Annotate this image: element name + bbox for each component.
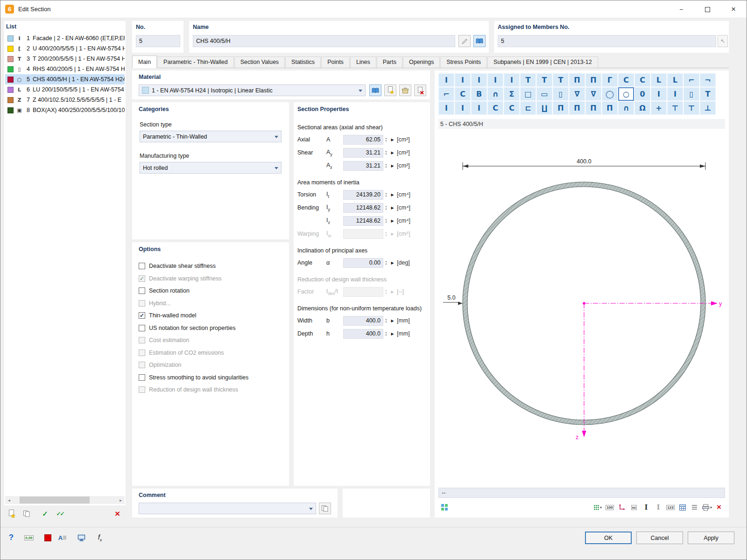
list-item[interactable]: L6LU 200/150/5/5/5 | 1 - EN AW-5754 (5, 84, 125, 95)
property-value-field[interactable]: 400.0 (343, 329, 383, 339)
section-type-icon[interactable]: ∩ (487, 87, 503, 101)
stress-points-display-button[interactable]: ▾ (592, 501, 604, 513)
section-type-icon[interactable]: ∇ (585, 87, 601, 101)
section-type-icon[interactable]: Π (602, 101, 618, 115)
section-type-icon[interactable]: T (520, 73, 536, 87)
section-name-field[interactable] (193, 35, 455, 47)
section-type-icon[interactable]: L (667, 73, 683, 87)
list-item[interactable]: ▣8BOX(AX) 400/250/200/5/5/5/100/10 (5, 105, 125, 115)
spinner-control[interactable]: ▲▼ (383, 190, 389, 199)
expand-arrow-icon[interactable]: ▶ (389, 219, 396, 223)
manufacturing-type-dropdown[interactable]: Hot rolled (140, 162, 282, 174)
axes-display-button[interactable] (616, 501, 628, 513)
select-members-button[interactable]: ↖ (718, 35, 728, 47)
section-type-icon[interactable]: C (618, 73, 634, 87)
tab-parametric-thin-walled[interactable]: Parametric - Thin-Walled (157, 56, 234, 68)
section-type-icon[interactable]: ⊏ (520, 101, 536, 115)
section-type-icon[interactable]: + (651, 101, 667, 115)
material-library-button[interactable] (369, 84, 381, 96)
section-type-icon[interactable]: ▯ (553, 87, 569, 101)
option-row[interactable]: Stress smoothing to avoid singularities (138, 371, 285, 384)
spinner-control[interactable]: ▲▼ (383, 135, 389, 144)
section-type-icon[interactable]: I (471, 101, 487, 115)
option-row[interactable]: US notation for section properties (138, 322, 285, 335)
section-type-icon[interactable]: 0 (634, 87, 650, 101)
section-type-icon[interactable]: C (504, 101, 520, 115)
scroll-right-icon[interactable]: ▸ (117, 496, 125, 504)
delete-section-button[interactable]: × (111, 507, 124, 520)
solid-section-button[interactable]: I (640, 501, 652, 513)
section-type-icon[interactable]: I (667, 87, 683, 101)
new-section-button[interactable] (5, 507, 18, 520)
spinner-control[interactable]: ▲▼ (383, 148, 389, 157)
section-type-icon[interactable]: Γ (602, 73, 618, 87)
scale-display-button[interactable]: sc (628, 501, 640, 513)
section-type-icon[interactable]: I (438, 101, 454, 115)
section-type-icon[interactable]: L (651, 73, 667, 87)
section-type-icon[interactable]: I (651, 87, 667, 101)
section-type-icon[interactable]: I (455, 101, 471, 115)
expand-arrow-icon[interactable]: ▶ (389, 319, 396, 323)
list-item[interactable]: [2U 400/200/5/5/5 | 1 - EN AW-5754 H (5, 43, 125, 54)
section-type-icon[interactable]: B (471, 87, 487, 101)
property-value-field[interactable]: 62.05 (343, 135, 383, 145)
tab-parts[interactable]: Parts (377, 56, 402, 68)
section-type-icon[interactable]: Π (569, 73, 585, 87)
section-type-icon[interactable]: ⊤ (684, 101, 699, 115)
minimize-button[interactable]: − (668, 0, 694, 18)
option-row[interactable]: Section rotation (138, 285, 285, 297)
section-type-icon[interactable]: Π (585, 101, 601, 115)
section-type-icon[interactable]: T (536, 73, 552, 87)
section-type-icon[interactable]: C (634, 73, 650, 87)
color-settings-button[interactable] (41, 531, 55, 544)
assigned-members-field[interactable] (498, 35, 716, 47)
spinner-control[interactable]: ▲▼ (383, 258, 389, 267)
spinner-control[interactable]: ▲▼ (383, 216, 389, 225)
expand-arrow-icon[interactable]: ▶ (389, 138, 396, 142)
section-library-button[interactable] (473, 35, 486, 47)
spinner-control[interactable]: ▲▼ (383, 161, 389, 170)
section-type-icon[interactable]: ¬ (700, 73, 716, 87)
expand-arrow-icon[interactable]: ▶ (389, 206, 396, 210)
section-type-icon[interactable]: Π (553, 101, 569, 115)
units-settings-button[interactable]: 0,00 (22, 531, 36, 544)
section-type-icon[interactable]: I (438, 73, 454, 87)
section-type-icon[interactable]: ⊥ (700, 101, 716, 115)
expand-arrow-icon[interactable]: ▶ (389, 164, 396, 168)
expand-arrow-icon[interactable]: ▶ (389, 332, 396, 336)
print-button[interactable]: ▾ (701, 501, 713, 513)
apply-button[interactable]: Apply (688, 532, 734, 544)
section-type-icon[interactable]: Ω (634, 101, 650, 115)
section-type-icon[interactable]: Π (585, 73, 601, 87)
section-type-icon[interactable]: □ (520, 87, 536, 101)
section-type-icon[interactable]: Σ (504, 87, 520, 101)
numbering-display-button[interactable]: 123 (664, 501, 677, 513)
help-button[interactable]: ? (4, 531, 18, 544)
section-type-icon[interactable]: ∩ (618, 101, 634, 115)
section-type-icon[interactable]: I (471, 73, 487, 87)
check-all-sections-button[interactable]: ✓✓ (54, 507, 66, 520)
tab-stress-points[interactable]: Stress Points (440, 56, 487, 68)
section-type-icon[interactable]: ▯ (684, 87, 699, 101)
section-type-icon[interactable]: T (553, 73, 569, 87)
section-type-icon[interactable]: ◯ (602, 87, 618, 101)
section-type-icon[interactable]: Π (569, 101, 585, 115)
scroll-left-icon[interactable]: ◂ (5, 496, 13, 504)
spinner-control[interactable]: ▲▼ (383, 203, 389, 212)
list-horizontal-scrollbar[interactable]: ◂ ▸ (5, 496, 125, 504)
material-edit-button[interactable] (399, 84, 411, 96)
dimensions-display-button[interactable]: 100 (604, 501, 616, 513)
display-options-button[interactable] (74, 531, 88, 544)
list-item[interactable]: I1Facade | 2 - EN AW-6060 (ET,EP,ER/ (5, 33, 125, 43)
formula-button[interactable]: fx (93, 531, 107, 544)
option-row[interactable]: Deactivate shear stiffness (138, 260, 285, 273)
section-type-icon[interactable]: I (487, 73, 503, 87)
values-list-button[interactable] (689, 501, 701, 513)
material-delete-button[interactable] (414, 84, 426, 96)
list-item[interactable]: Z7Z 400/102.5/102.5/5/5/5/5/5 | 1 - E (5, 95, 125, 105)
scrollbar-thumb[interactable] (20, 497, 90, 504)
section-number-field[interactable] (136, 35, 180, 47)
property-value-field[interactable]: 24139.20 (343, 190, 383, 200)
tab-subpanels-en-1999-cen-2013-12[interactable]: Subpanels | EN 1999 | CEN | 2013-12 (487, 56, 598, 68)
section-type-icon[interactable]: ▭ (536, 87, 552, 101)
